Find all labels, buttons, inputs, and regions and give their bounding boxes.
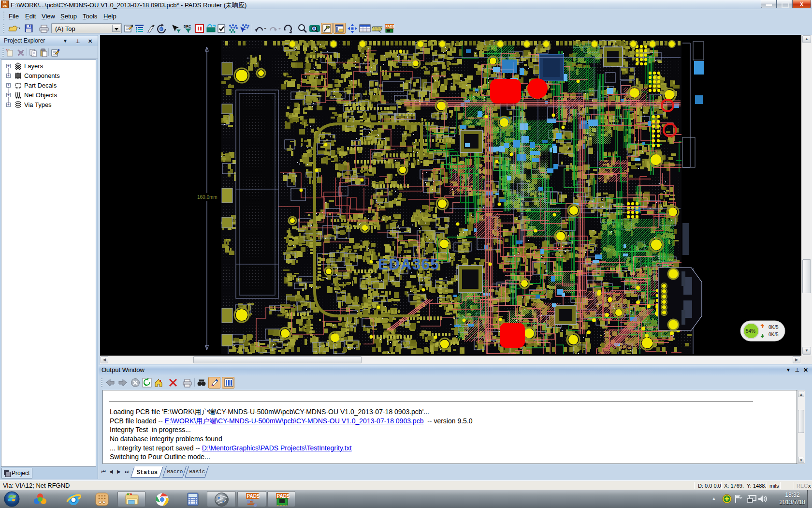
svg-text:EDA365: EDA365 (378, 255, 439, 273)
svg-text:PADS: PADS (247, 493, 260, 499)
svg-text:PADS: PADS (386, 25, 395, 28)
svg-text:DRC: DRC (184, 25, 191, 28)
svg-text:54%: 54% (746, 329, 755, 334)
svg-text:160.0mm: 160.0mm (197, 194, 218, 200)
svg-text:0K/5: 0K/5 (768, 325, 779, 330)
svg-text:PADS: PADS (277, 493, 290, 499)
svg-text:0K/5: 0K/5 (768, 332, 779, 337)
